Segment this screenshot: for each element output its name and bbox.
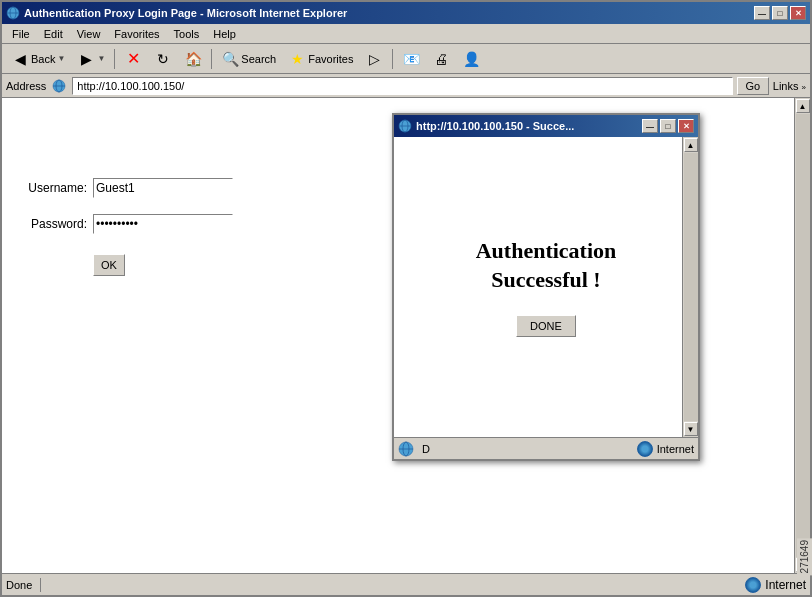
forward-icon: ▶ xyxy=(77,50,95,68)
address-input[interactable] xyxy=(72,77,732,95)
forward-button[interactable]: ▶ ▼ xyxy=(72,47,110,71)
ok-row: OK xyxy=(22,250,233,276)
main-scrollbar: ▲ ▼ xyxy=(794,98,810,573)
back-arrow-icon: ▼ xyxy=(57,54,65,63)
popup-title: http://10.100.100.150 - Succe... xyxy=(416,120,574,132)
print-button[interactable]: 🖨 xyxy=(427,47,455,71)
popup-scrollbar: ▲ ▼ xyxy=(682,137,698,437)
popup-scroll-track xyxy=(684,153,698,421)
menu-view[interactable]: View xyxy=(71,27,107,41)
search-icon: 🔍 xyxy=(221,50,239,68)
minimize-button[interactable]: — xyxy=(754,6,770,20)
title-bar: Authentication Proxy Login Page - Micros… xyxy=(2,2,810,24)
popup-window: http://10.100.100.150 - Succe... — □ ✕ A… xyxy=(392,113,700,461)
status-bar: Done Internet xyxy=(2,573,810,595)
login-form: Username: Password: OK xyxy=(22,178,233,276)
menu-bar: File Edit View Favorites Tools Help xyxy=(2,24,810,44)
menu-tools[interactable]: Tools xyxy=(168,27,206,41)
title-bar-left: Authentication Proxy Login Page - Micros… xyxy=(6,6,347,20)
edit-icon: 👤 xyxy=(462,50,480,68)
popup-status-bar: D Internet xyxy=(394,437,698,459)
popup-scroll-down[interactable]: ▼ xyxy=(684,422,698,436)
scroll-track xyxy=(796,114,810,557)
success-line2: Successful ! xyxy=(491,267,600,292)
zone-label: Internet xyxy=(765,578,806,592)
history-icon: 📧 xyxy=(402,50,420,68)
close-button[interactable]: ✕ xyxy=(790,6,806,20)
ok-button[interactable]: OK xyxy=(93,254,125,276)
search-label: Search xyxy=(241,53,276,65)
ie-browser-window: Authentication Proxy Login Page - Micros… xyxy=(0,0,812,597)
title-bar-controls: — □ ✕ xyxy=(754,6,806,20)
page-icon xyxy=(50,79,68,93)
password-label: Password: xyxy=(22,217,87,231)
browser-title: Authentication Proxy Login Page - Micros… xyxy=(24,7,347,19)
popup-title-bar: http://10.100.100.150 - Succe... — □ ✕ xyxy=(394,115,698,137)
maximize-button[interactable]: □ xyxy=(772,6,788,20)
popup-ie-icon xyxy=(398,119,412,133)
popup-close-button[interactable]: ✕ xyxy=(678,119,694,133)
star-icon: ★ xyxy=(288,50,306,68)
favorites-button[interactable]: ★ Favorites xyxy=(283,47,358,71)
popup-scroll-up[interactable]: ▲ xyxy=(684,138,698,152)
scroll-up-arrow[interactable]: ▲ xyxy=(796,99,810,113)
home-button[interactable]: 🏠 xyxy=(179,47,207,71)
popup-minimize-button[interactable]: — xyxy=(642,119,658,133)
popup-status-text: D xyxy=(422,443,430,455)
popup-page-icon xyxy=(398,441,414,457)
links-label: Links xyxy=(773,80,799,92)
menu-edit[interactable]: Edit xyxy=(38,27,69,41)
favorites-label: Favorites xyxy=(308,53,353,65)
ie-logo-icon xyxy=(6,6,20,20)
popup-status-right: Internet xyxy=(637,441,694,457)
stop-icon: ✕ xyxy=(124,50,142,68)
print-icon: 🖨 xyxy=(432,50,450,68)
links-button[interactable]: Links » xyxy=(773,80,806,92)
globe-icon xyxy=(745,577,761,593)
status-done: Done xyxy=(6,579,32,591)
popup-maximize-button[interactable]: □ xyxy=(660,119,676,133)
back-button[interactable]: ◀ Back ▼ xyxy=(6,47,70,71)
popup-zone-label: Internet xyxy=(657,443,694,455)
history-button[interactable]: 📧 xyxy=(397,47,425,71)
success-message: Authentication Successful ! xyxy=(476,237,617,294)
media-button[interactable]: ▷ xyxy=(360,47,388,71)
address-bar: Address Go Links » xyxy=(2,74,810,98)
refresh-icon: ↻ xyxy=(154,50,172,68)
toolbar-sep-2 xyxy=(211,49,212,69)
stop-button[interactable]: ✕ xyxy=(119,47,147,71)
menu-favorites[interactable]: Favorites xyxy=(108,27,165,41)
edit-button[interactable]: 👤 xyxy=(457,47,485,71)
address-label: Address xyxy=(6,80,46,92)
username-input[interactable] xyxy=(93,178,233,198)
media-icon: ▷ xyxy=(365,50,383,68)
menu-file[interactable]: File xyxy=(6,27,36,41)
search-button[interactable]: 🔍 Search xyxy=(216,47,281,71)
refresh-button[interactable]: ↻ xyxy=(149,47,177,71)
popup-globe-icon xyxy=(637,441,653,457)
home-icon: 🏠 xyxy=(184,50,202,68)
back-label: Back xyxy=(31,53,55,65)
status-right: Internet xyxy=(745,577,806,593)
done-button[interactable]: DONE xyxy=(516,315,576,337)
password-input[interactable] xyxy=(93,214,233,234)
success-text: Authentication Successful ! xyxy=(476,237,617,294)
password-row: Password: xyxy=(22,214,233,234)
success-line1: Authentication xyxy=(476,238,617,263)
forward-arrow-icon: ▼ xyxy=(97,54,105,63)
popup-content: Authentication Successful ! DONE ▲ ▼ xyxy=(394,137,698,437)
watermark: 271649 xyxy=(797,538,812,575)
content-area: Username: Password: OK ▲ ▼ xyxy=(2,98,810,573)
toolbar: ◀ Back ▼ ▶ ▼ ✕ ↻ 🏠 🔍 Search ★ Favorites … xyxy=(2,44,810,74)
menu-help[interactable]: Help xyxy=(207,27,242,41)
go-button[interactable]: Go xyxy=(737,77,769,95)
popup-title-left: http://10.100.100.150 - Succe... xyxy=(398,119,574,133)
back-icon: ◀ xyxy=(11,50,29,68)
toolbar-sep-3 xyxy=(392,49,393,69)
done-label: Done xyxy=(6,579,32,591)
status-divider xyxy=(40,578,41,592)
links-arrow-icon: » xyxy=(802,83,806,92)
username-row: Username: xyxy=(22,178,233,198)
username-label: Username: xyxy=(22,181,87,195)
toolbar-sep-1 xyxy=(114,49,115,69)
